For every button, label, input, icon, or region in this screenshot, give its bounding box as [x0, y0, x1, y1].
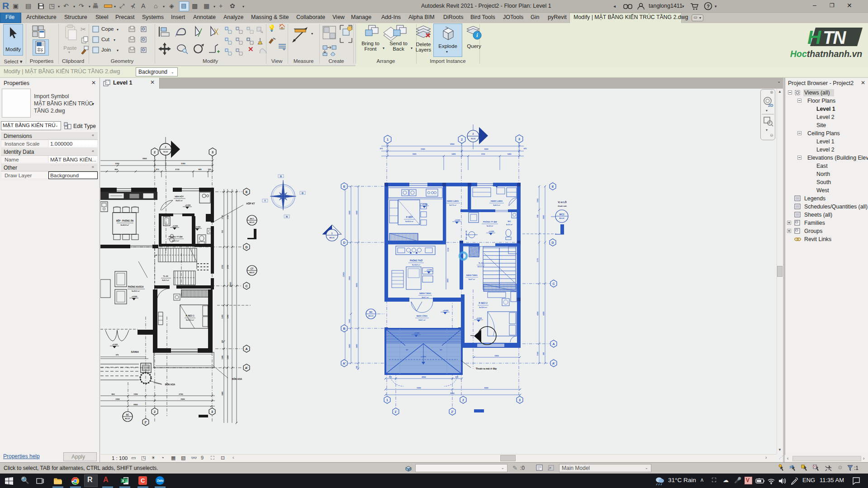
- svg-text:3600: 3600: [484, 387, 489, 389]
- svg-text:UP: UP: [155, 254, 157, 256]
- svg-text:860: 860: [112, 393, 115, 395]
- svg-text:E: E: [552, 185, 554, 188]
- svg-text:E: E: [246, 190, 248, 194]
- svg-text:8900: 8900: [450, 143, 455, 145]
- svg-text:4200: 4200: [536, 311, 539, 316]
- svg-text:B5-01: B5-01: [250, 221, 255, 223]
- svg-text:+0.000: +0.000: [132, 295, 138, 298]
- svg-text:B4-01: B4-01: [250, 271, 255, 274]
- svg-text:875: 875: [455, 376, 458, 378]
- svg-text:HÀNH LANG: HÀNH LANG: [447, 200, 459, 202]
- svg-text:S=25.2 m²: S=25.2 m²: [132, 290, 140, 292]
- svg-text:4200: 4200: [542, 311, 545, 316]
- svg-text:A: A: [552, 342, 555, 346]
- svg-text:8900: 8900: [450, 392, 455, 394]
- svg-text:S=22.6 m²: S=22.6 m²: [405, 221, 414, 223]
- svg-text:S=7.5 m²: S=7.5 m²: [449, 204, 456, 206]
- svg-text:X: X: [122, 479, 124, 483]
- svg-text:1510: 1510: [447, 247, 449, 252]
- svg-text:D: D: [551, 241, 554, 244]
- svg-text:B: B: [280, 175, 282, 178]
- svg-text:+0.000: +0.000: [172, 225, 178, 227]
- svg-text:2: 2: [154, 410, 156, 413]
- svg-text:1085: 1085: [221, 355, 223, 360]
- svg-text:A: A: [245, 347, 247, 351]
- svg-text:300: 300: [543, 352, 545, 355]
- svg-text:5300: 5300: [421, 148, 425, 150]
- svg-text:HỘP KT: HỘP KT: [247, 202, 255, 205]
- svg-text:A': A': [245, 366, 248, 370]
- svg-text:PHÒNG THỜ: PHÒNG THỜ: [410, 259, 422, 262]
- svg-text:970: 970: [116, 354, 119, 356]
- svg-text:2130: 2130: [175, 168, 180, 171]
- svg-text:BỒN HOA: BỒN HOA: [232, 378, 242, 380]
- svg-text:35°: 35°: [440, 349, 442, 351]
- svg-text:915: 915: [156, 168, 160, 171]
- svg-text:Thoát ra mái ở đây: Thoát ra mái ở đây: [476, 367, 497, 370]
- svg-text:SẢNH TẦNG: SẢNH TẦNG: [419, 292, 432, 294]
- svg-text:+0.000: +0.000: [112, 343, 118, 346]
- svg-text:6050: 6050: [348, 276, 351, 280]
- svg-text:1710: 1710: [221, 215, 223, 219]
- svg-text:P. NGỦ 2: P. NGỦ 2: [479, 302, 488, 304]
- svg-text:2: 2: [154, 151, 156, 154]
- svg-text:?: ?: [707, 4, 710, 9]
- svg-text:D: D: [343, 241, 345, 244]
- svg-text:Đ: Đ: [302, 192, 304, 194]
- svg-text:WC1: WC1: [250, 218, 255, 220]
- svg-text:S=4.7 m²: S=4.7 m²: [469, 279, 475, 280]
- svg-text:875: 875: [524, 148, 526, 150]
- svg-text:A': A': [343, 362, 346, 365]
- svg-text:E: E: [343, 185, 346, 188]
- svg-text:2': 2': [144, 421, 147, 424]
- svg-text:1805: 1805: [413, 153, 417, 155]
- svg-text:i=35%: i=35%: [421, 355, 426, 358]
- svg-text:S=9.7 m²: S=9.7 m²: [422, 297, 429, 298]
- svg-text:5495: 5495: [452, 153, 456, 155]
- svg-text:2750: 2750: [227, 265, 229, 269]
- svg-text:+0.000: +0.000: [414, 332, 420, 334]
- svg-text:1300: 1300: [227, 355, 229, 360]
- svg-text:12050: 12050: [229, 282, 232, 287]
- svg-text:1200: 1200: [221, 314, 223, 319]
- svg-text:1200: 1200: [227, 314, 229, 319]
- svg-text:+0.000: +0.000: [455, 219, 460, 221]
- svg-text:B5-02: B5-02: [560, 217, 565, 219]
- svg-text:35°: 35°: [406, 349, 408, 351]
- svg-text:2400: 2400: [356, 344, 358, 348]
- svg-text:3: 3: [211, 410, 213, 413]
- svg-text:PHÒNG TT ÂM: PHÒNG TT ÂM: [169, 236, 183, 238]
- svg-text:SÂN HỘT: SÂN HỘT: [175, 195, 184, 198]
- svg-text:WC2: WC2: [559, 213, 564, 216]
- svg-text:S=12 m²: S=12 m²: [487, 225, 493, 227]
- svg-text:3: 3: [212, 151, 213, 154]
- svg-text:1775: 1775: [536, 258, 539, 262]
- svg-text:2: 2: [473, 133, 474, 135]
- svg-text:Hocthatnhanh.vn: Hocthatnhanh.vn: [790, 49, 862, 59]
- svg-text:S=15.6 m²: S=15.6 m²: [479, 307, 488, 308]
- svg-text:1550: 1550: [133, 393, 138, 395]
- svg-text:WC: WC: [508, 220, 511, 223]
- svg-text:12050: 12050: [342, 272, 345, 277]
- svg-text:1: 1: [332, 232, 333, 235]
- svg-text:8050: 8050: [356, 283, 358, 287]
- svg-text:3500: 3500: [494, 355, 499, 357]
- svg-text:H: H: [807, 27, 822, 48]
- svg-text:S=8.1 m²: S=8.1 m²: [418, 319, 426, 321]
- svg-text:S=5.2 m²: S=5.2 m²: [162, 280, 169, 281]
- svg-text:S=5.2 m²: S=5.2 m²: [478, 266, 484, 268]
- svg-text:3600: 3600: [348, 210, 351, 215]
- svg-text:C: C: [552, 282, 555, 285]
- svg-text:860: 860: [115, 168, 119, 171]
- svg-text:2700: 2700: [179, 393, 183, 395]
- svg-text:B5-01: B5-01: [125, 417, 131, 420]
- svg-text:D: D: [245, 246, 247, 249]
- svg-text:SẢNH: SẢNH: [131, 351, 138, 353]
- svg-text:1500: 1500: [536, 351, 539, 356]
- svg-text:845: 845: [199, 168, 202, 171]
- svg-text:8900: 8900: [142, 157, 147, 160]
- svg-text:TL:02: TL:02: [479, 262, 484, 264]
- svg-text:875: 875: [389, 376, 392, 378]
- svg-text:S=15.6 m²: S=15.6 m²: [186, 319, 194, 321]
- svg-text:S3-02: S3-02: [471, 138, 475, 140]
